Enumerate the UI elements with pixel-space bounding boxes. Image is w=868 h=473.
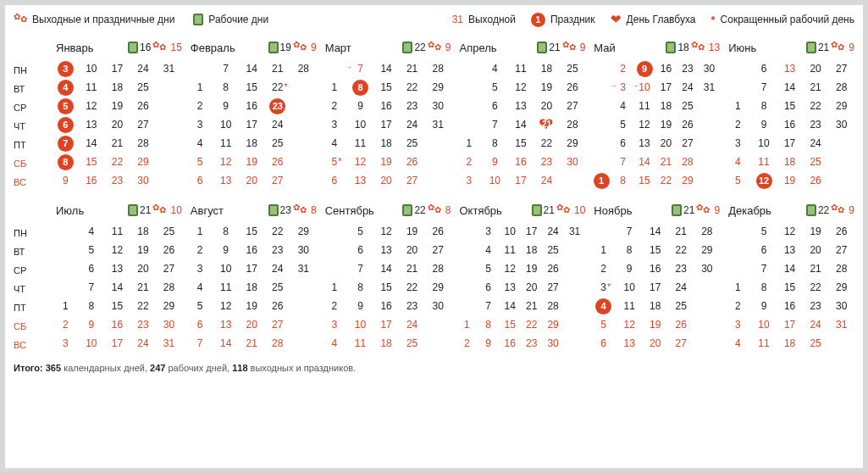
flowers-icon xyxy=(293,204,307,216)
day-cell: 15 xyxy=(239,78,265,97)
day-cell: 3 xyxy=(478,222,499,241)
day-cell: 15 xyxy=(777,278,803,297)
day-cell: 19 xyxy=(239,297,265,315)
day-cell: 15 xyxy=(373,278,400,297)
calendar-icon xyxy=(537,42,547,53)
day-cell: 29 xyxy=(156,297,182,315)
day-cell: 12 xyxy=(79,97,105,115)
day-cell xyxy=(725,241,751,259)
day-cell: 9 xyxy=(751,297,777,315)
day-cell xyxy=(694,334,721,353)
day-cell: 15 xyxy=(642,241,668,259)
month-name: Ноябрь xyxy=(594,204,668,217)
day-cell xyxy=(290,153,317,171)
day-cell: 2 xyxy=(187,97,213,115)
day-cell: 3 xyxy=(322,115,348,134)
day-cell: 22 xyxy=(803,97,829,115)
day-cell: 6 xyxy=(751,59,777,78)
day-cell: 22 xyxy=(104,153,130,171)
day-cell: 2 xyxy=(322,97,348,115)
day-cell: 1 xyxy=(187,222,213,241)
day-cell: 11 xyxy=(751,334,777,353)
day-cell: 12 xyxy=(633,115,655,134)
day-cell xyxy=(590,222,616,241)
day-cell: 28 xyxy=(828,78,854,97)
day-cell: 29 xyxy=(677,171,698,190)
day-cell: 22 xyxy=(265,222,291,241)
legend-holiday-circle: 1 xyxy=(531,13,545,27)
day-cell: 25 xyxy=(265,278,291,297)
month-name: Сентябрь xyxy=(325,204,400,217)
day-cell: 23 xyxy=(399,297,425,315)
day-cell: 17 xyxy=(373,315,400,334)
day-cell: 10 xyxy=(79,59,105,78)
day-cell: 1 xyxy=(590,171,611,190)
day-cell: 2 xyxy=(725,115,751,134)
month-name: Март xyxy=(325,42,400,54)
day-cell: 4 xyxy=(53,78,79,97)
day-cell xyxy=(290,315,317,334)
day-cell: 15 xyxy=(777,97,803,115)
day-cell: 21 xyxy=(521,297,542,315)
day-cell: 12 xyxy=(777,222,803,241)
day-cell: 2 xyxy=(456,334,477,353)
calendar-icon xyxy=(193,14,203,25)
day-cell xyxy=(699,153,720,171)
day-cell xyxy=(322,222,348,241)
day-cell: 16 xyxy=(655,59,677,78)
day-cell: 29 xyxy=(425,78,451,97)
day-cell: 4 xyxy=(725,153,751,171)
day-cell xyxy=(456,115,482,134)
calendar-icon xyxy=(402,204,412,216)
day-cell: 4 xyxy=(478,241,499,259)
day-cell: 16 xyxy=(499,334,520,353)
day-cell: 19 xyxy=(534,78,560,97)
weekday-label: ВТ xyxy=(14,80,47,98)
day-cell: 27 xyxy=(828,59,854,78)
day-cell xyxy=(456,78,482,97)
day-cell: 25 xyxy=(668,297,694,315)
day-cell: 17 xyxy=(239,259,265,278)
weekday-label: ВС xyxy=(14,336,47,354)
day-cell: 23 xyxy=(803,115,829,134)
weekday-label: ЧТ xyxy=(14,117,47,136)
day-cell: 28 xyxy=(130,134,157,153)
day-cell: 27 xyxy=(668,334,694,353)
day-cell: 15 xyxy=(508,134,534,153)
month-11: Ноябрь2197142128181522292916233031017244… xyxy=(590,198,720,354)
day-cell: 27 xyxy=(265,171,291,190)
day-cell: 31 xyxy=(699,78,720,97)
day-cell xyxy=(694,297,721,315)
heart-icon: ❤ xyxy=(611,12,622,27)
day-cell: 17 xyxy=(777,134,803,153)
day-cell: 4 xyxy=(590,297,616,315)
day-cell: 12 xyxy=(347,153,373,171)
day-cell: 6 xyxy=(751,241,777,259)
day-cell: 7 xyxy=(616,222,643,241)
day-cell: 7 xyxy=(612,153,633,171)
day-cell: 25 xyxy=(803,334,829,353)
day-cell: 15 xyxy=(104,297,130,315)
day-cell: 9 xyxy=(347,97,373,115)
day-cell: 6 xyxy=(347,241,373,259)
day-cell: 17 xyxy=(642,278,668,297)
day-cell: 5 xyxy=(590,315,616,334)
day-cell: 23 xyxy=(399,97,425,115)
day-cell: 31 xyxy=(828,315,854,334)
day-cell: 30 xyxy=(130,171,157,190)
day-cell: 1 xyxy=(725,97,751,115)
day-cell: 24 xyxy=(542,222,563,241)
day-cell: 6 xyxy=(187,315,213,334)
day-cell: 20 xyxy=(803,241,829,259)
day-cell xyxy=(725,59,751,78)
day-cell: 23 xyxy=(265,241,291,259)
day-cell: 11 xyxy=(347,134,373,153)
calendar-icon xyxy=(268,42,279,53)
day-cell: 25 xyxy=(560,59,586,78)
month-stats: 219 xyxy=(806,42,854,53)
day-cell: 20 xyxy=(534,97,560,115)
day-cell: 10 xyxy=(213,259,239,278)
weekday-labels: ПНВТСРЧТПТСБВС xyxy=(14,198,47,354)
day-cell xyxy=(699,134,720,153)
day-cell: 4 xyxy=(187,134,213,153)
